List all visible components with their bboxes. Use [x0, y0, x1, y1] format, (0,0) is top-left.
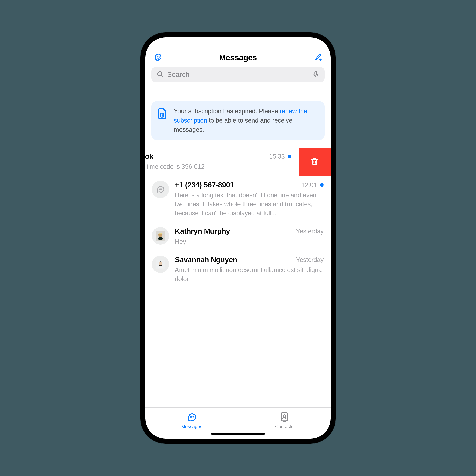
conversation-row[interactable]: Facebook 15:33 Your one-time code is 396…: [145, 148, 331, 176]
conversation-preview: Amet minim mollit non deserunt ullamco e…: [175, 266, 323, 284]
settings-button[interactable]: [153, 53, 163, 62]
gear-icon: [154, 53, 162, 62]
search-bar: [145, 67, 331, 85]
svg-point-15: [283, 415, 285, 417]
conversation-row[interactable]: +1 (234) 567-8901 12:01 Here is a long t…: [145, 176, 331, 222]
avatar-image: [156, 260, 165, 269]
tab-label: Contacts: [275, 424, 293, 429]
svg-point-4: [159, 189, 159, 189]
conversation-time: Yesterday: [296, 228, 323, 235]
trash-icon: [310, 157, 319, 167]
conversation-name: Kathryn Murphy: [175, 227, 293, 236]
banner-pre: Your subscription has expired. Please: [174, 108, 280, 115]
compose-icon: [314, 53, 322, 62]
svg-point-10: [159, 262, 162, 265]
conversation-name: +1 (234) 567-8901: [175, 181, 298, 189]
compose-button[interactable]: [313, 53, 323, 62]
svg-point-11: [190, 416, 191, 417]
phone-frame: Messages: [140, 33, 336, 443]
contacts-icon: [279, 411, 290, 423]
header: Messages: [145, 37, 331, 67]
conversation-preview: Your one-time code is 396-012: [145, 162, 291, 171]
conversation-time: Yesterday: [296, 256, 323, 263]
banner-text: Your subscription has expired. Please re…: [174, 107, 320, 134]
page-title: Messages: [219, 53, 257, 62]
unread-dot: [288, 154, 291, 158]
search-field[interactable]: [152, 67, 324, 82]
conversation-name: Savannah Nguyen: [175, 255, 293, 264]
search-icon: [156, 70, 164, 79]
svg-point-0: [157, 56, 159, 58]
avatar: [152, 227, 169, 244]
conversation-preview: Hey!: [175, 237, 323, 246]
tab-label: Messages: [181, 424, 202, 429]
svg-point-12: [191, 416, 192, 417]
tab-messages[interactable]: Messages: [145, 408, 238, 433]
tab-contacts[interactable]: Contacts: [238, 408, 331, 433]
svg-point-6: [161, 189, 162, 189]
conversation-preview: Here is a long text that doesn't fit one…: [175, 191, 323, 218]
svg-rect-2: [315, 71, 317, 75]
conversation-row[interactable]: Savannah Nguyen Yesterday Amet minim mol…: [145, 251, 331, 288]
screen: Messages: [145, 37, 331, 439]
conversation-time: 15:33: [269, 153, 285, 160]
chat-bubble-icon: [156, 184, 165, 194]
avatar-image: [156, 231, 165, 240]
avatar: [152, 255, 169, 273]
messages-icon: [186, 411, 197, 423]
conversation-time: 12:01: [301, 181, 317, 188]
search-input[interactable]: [167, 70, 309, 79]
subscription-banner: Your subscription has expired. Please re…: [152, 101, 324, 140]
conversations-list: Facebook 15:33 Your one-time code is 396…: [145, 140, 331, 408]
conversation-name: Facebook: [145, 152, 266, 161]
svg-point-13: [193, 416, 193, 417]
conversation-row[interactable]: Kathryn Murphy Yesterday Hey!: [145, 222, 331, 251]
unread-dot: [320, 183, 323, 187]
mic-icon[interactable]: [312, 70, 320, 79]
delete-button[interactable]: [299, 148, 331, 176]
avatar: [152, 181, 169, 198]
svg-point-5: [160, 189, 161, 189]
home-indicator[interactable]: [211, 433, 265, 435]
sim-card-icon: [156, 107, 168, 134]
